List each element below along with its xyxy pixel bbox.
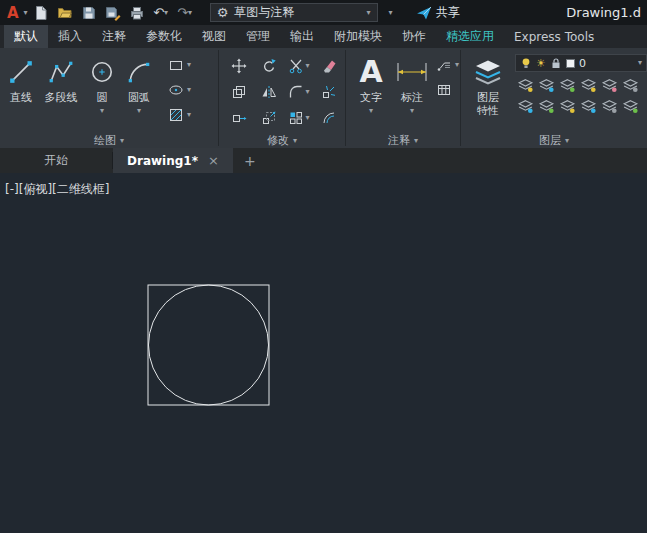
hatch-chevron-icon: ▾ bbox=[187, 111, 191, 119]
ellipse-button[interactable]: ▾ bbox=[168, 82, 191, 98]
line-button[interactable]: 直线 bbox=[4, 48, 38, 133]
arc-chevron-icon[interactable]: ▾ bbox=[137, 107, 141, 115]
ribbon: 直线 多段线 圆 ▾ 圆弧 ▾ ▾ ▾ ▾ 绘图 bbox=[0, 48, 647, 148]
app-menu-chevron-icon[interactable]: ▾ bbox=[24, 9, 28, 17]
circle-chevron-icon[interactable]: ▾ bbox=[100, 107, 104, 115]
workspace-label: 草图与注释 bbox=[234, 4, 360, 21]
erase-button[interactable] bbox=[321, 58, 337, 74]
layer-off-button[interactable] bbox=[517, 77, 534, 94]
trim-button[interactable]: ▾ bbox=[288, 58, 309, 74]
stretch-icon bbox=[231, 110, 247, 126]
layer-stack-icon bbox=[474, 59, 502, 86]
mirror-icon bbox=[261, 84, 277, 100]
layer-delete-button[interactable] bbox=[622, 98, 639, 115]
drawing-canvas[interactable]: [-][俯视][二维线框] bbox=[0, 173, 647, 533]
scale-icon bbox=[261, 110, 277, 126]
file-tab-start[interactable]: 开始 bbox=[0, 148, 112, 173]
share-button[interactable]: 共享 bbox=[416, 4, 460, 21]
ribbon-tab-express-tools[interactable]: Express Tools bbox=[504, 25, 604, 48]
printer-icon bbox=[129, 5, 145, 21]
ribbon-tab-featured-apps[interactable]: 精选应用 bbox=[436, 25, 504, 48]
annotation-panel-title[interactable]: 注释 ▾ bbox=[346, 133, 460, 148]
new-file-button[interactable] bbox=[30, 2, 52, 23]
layer-properties-label-2: 特性 bbox=[477, 105, 499, 118]
file-tab-drawing1[interactable]: Drawing1* × bbox=[113, 148, 233, 173]
circle-label: 圆 bbox=[97, 92, 108, 105]
arc-button[interactable]: 圆弧 ▾ bbox=[120, 48, 158, 133]
viewport-controls[interactable]: [-][俯视][二维线框] bbox=[5, 181, 109, 198]
new-drawing-tab-button[interactable]: + bbox=[233, 148, 267, 173]
explode-icon bbox=[321, 84, 337, 100]
layer-dropdown[interactable]: ☀ 0 ▾ bbox=[515, 54, 647, 72]
ribbon-tab-collaborate[interactable]: 协作 bbox=[392, 25, 436, 48]
save-button[interactable] bbox=[78, 2, 100, 23]
qat-customize-button[interactable]: ▾ bbox=[380, 2, 402, 23]
ribbon-tab-view[interactable]: 视图 bbox=[192, 25, 236, 48]
redo-chevron-icon: ▾ bbox=[188, 9, 192, 17]
ribbon-tab-parametric[interactable]: 参数化 bbox=[136, 25, 192, 48]
plot-button[interactable] bbox=[126, 2, 148, 23]
modify-panel-title[interactable]: 修改 ▾ bbox=[219, 133, 345, 148]
polyline-button[interactable]: 多段线 bbox=[38, 48, 84, 133]
offset-button[interactable] bbox=[321, 110, 337, 126]
stretch-button[interactable] bbox=[231, 110, 247, 126]
text-chevron-icon[interactable]: ▾ bbox=[369, 107, 373, 115]
move-icon bbox=[231, 58, 247, 74]
explode-button[interactable] bbox=[321, 84, 337, 100]
layer-freeze-button[interactable] bbox=[559, 77, 576, 94]
redo-button[interactable]: ↷▾ bbox=[174, 2, 196, 23]
ribbon-tab-output[interactable]: 输出 bbox=[280, 25, 324, 48]
table-button[interactable] bbox=[436, 82, 459, 98]
layer-match-button[interactable] bbox=[601, 77, 618, 94]
layer-merge-button[interactable] bbox=[601, 98, 618, 115]
draw-panel-label: 绘图 bbox=[94, 133, 116, 148]
move-button[interactable] bbox=[231, 58, 247, 74]
ribbon-tab-home[interactable]: 默认 bbox=[4, 25, 48, 48]
rotate-button[interactable] bbox=[261, 58, 277, 74]
layer-previous-button[interactable] bbox=[622, 77, 639, 94]
fillet-button[interactable]: ▾ bbox=[288, 84, 309, 100]
layer-walk-button[interactable] bbox=[580, 98, 597, 115]
circle-button[interactable]: 圆 ▾ bbox=[84, 48, 120, 133]
copy-button[interactable] bbox=[231, 84, 247, 100]
layer-color-swatch bbox=[566, 59, 575, 68]
dimension-chevron-icon[interactable]: ▾ bbox=[410, 107, 414, 115]
undo-icon: ↶ bbox=[153, 6, 164, 19]
mirror-button[interactable] bbox=[261, 84, 277, 100]
rectangle-icon bbox=[168, 57, 184, 73]
layers-panel-label: 图层 bbox=[539, 133, 561, 148]
dimension-button[interactable]: 标注 ▾ bbox=[390, 48, 434, 133]
text-button[interactable]: A 文字 ▾ bbox=[352, 48, 390, 133]
drawing-svg[interactable] bbox=[0, 173, 647, 533]
open-file-button[interactable] bbox=[54, 2, 76, 23]
ribbon-tab-insert[interactable]: 插入 bbox=[48, 25, 92, 48]
layer-properties-button[interactable]: 图层 特性 bbox=[467, 48, 509, 133]
layers-panel-chevron-icon: ▾ bbox=[565, 137, 569, 145]
modify-panel-label: 修改 bbox=[267, 133, 289, 148]
file-tab-drawing1-label: Drawing1* bbox=[127, 154, 198, 168]
scale-button[interactable] bbox=[261, 110, 277, 126]
array-button[interactable]: ▾ bbox=[288, 110, 309, 126]
hatch-button[interactable]: ▾ bbox=[168, 107, 191, 123]
lock-icon bbox=[550, 57, 562, 69]
undo-button[interactable]: ↶▾ bbox=[150, 2, 172, 23]
array-icon bbox=[288, 110, 304, 126]
file-tab-close-icon[interactable]: × bbox=[208, 153, 219, 168]
layer-isolate-button[interactable] bbox=[538, 77, 555, 94]
ribbon-tab-addins[interactable]: 附加模块 bbox=[324, 25, 392, 48]
draw-panel-title[interactable]: 绘图 ▾ bbox=[0, 133, 218, 148]
layer-lock-button[interactable] bbox=[580, 77, 597, 94]
layer-thaw-button[interactable] bbox=[538, 98, 555, 115]
app-logo-icon[interactable]: A bbox=[4, 4, 22, 22]
layer-unlock-button[interactable] bbox=[517, 98, 534, 115]
ribbon-tab-manage[interactable]: 管理 bbox=[236, 25, 280, 48]
workspace-chevron-icon: ▾ bbox=[367, 9, 371, 17]
save-as-button[interactable] bbox=[102, 2, 124, 23]
ribbon-tab-annotate[interactable]: 注释 bbox=[92, 25, 136, 48]
layers-panel-title[interactable]: 图层 ▾ bbox=[461, 133, 647, 148]
leader-button[interactable]: ▾ bbox=[436, 57, 459, 73]
workspace-selector[interactable]: ⚙ 草图与注释 ▾ bbox=[210, 3, 378, 22]
drawn-circle[interactable] bbox=[149, 285, 269, 405]
rectangle-button[interactable]: ▾ bbox=[168, 57, 191, 73]
layer-on-button[interactable] bbox=[559, 98, 576, 115]
